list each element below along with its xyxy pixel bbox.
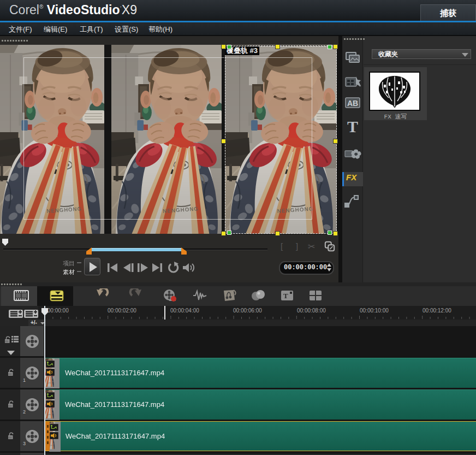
svg-text:T: T xyxy=(347,118,358,135)
svg-text:T: T xyxy=(283,292,288,300)
svg-text:AB: AB xyxy=(347,99,358,108)
